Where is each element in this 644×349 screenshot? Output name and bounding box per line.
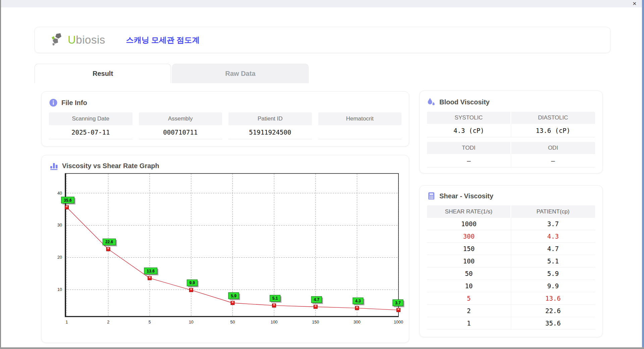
calculator-icon xyxy=(427,192,436,200)
metric-value: 13.6 (cP) xyxy=(511,124,595,137)
file-info-field: Assembly 000710711 xyxy=(139,112,222,139)
field-label: Assembly xyxy=(139,112,222,125)
window-bottom-edge xyxy=(0,347,644,349)
tab-raw-data[interactable]: Raw Data xyxy=(172,64,309,83)
table-row: 1504.7 xyxy=(427,243,595,255)
blood-viscosity-label: Blood Viscosity xyxy=(439,98,490,106)
shear-rate-cell: 150 xyxy=(427,243,511,255)
point-label-text: 4.3 xyxy=(355,299,361,303)
shear-rate-cell: 100 xyxy=(427,255,511,267)
field-value: 000710711 xyxy=(139,125,222,139)
x-axis-tick-label: 1000 xyxy=(394,320,403,325)
shear-viscosity-title: Shear - Viscosity xyxy=(427,192,595,200)
x-axis-tick-label: 2 xyxy=(107,320,109,325)
y-axis-tick-label: 40 xyxy=(57,191,62,196)
data-point-marker-notch xyxy=(190,288,192,290)
y-axis-tick-label: 10 xyxy=(57,287,62,292)
y-axis-tick-label: 20 xyxy=(57,255,62,260)
window-close-button[interactable]: ✕ xyxy=(632,0,637,7)
x-axis-tick-label: 10 xyxy=(189,320,194,325)
point-label-text: 3.7 xyxy=(395,301,401,305)
app-root: Ubiosis 스캐닝 모세관 점도계 Result Raw Data File… xyxy=(35,7,610,343)
x-axis-tick-label: 1 xyxy=(66,320,68,325)
table-row: 135.6 xyxy=(427,317,595,330)
file-info-field: Patient ID 51911924500 xyxy=(228,112,312,139)
field-value xyxy=(318,125,402,139)
viscosity-graph-panel: Viscosity vs Shear Rate Graph 1020304012… xyxy=(41,155,409,343)
data-point-marker-notch xyxy=(273,304,275,305)
shear-rate-cell: 1 xyxy=(427,317,511,330)
app-title: 스캐닝 모세관 점도계 xyxy=(126,35,200,45)
table-row: 3004.3 xyxy=(427,230,595,243)
file-info-grid: Scanning Date 2025-07-11 Assembly 000710… xyxy=(49,112,401,139)
metric-value: – xyxy=(511,154,595,167)
file-info-label: File Info xyxy=(61,99,87,107)
metric-value: – xyxy=(427,154,511,167)
point-label-text: 13.6 xyxy=(147,269,155,273)
table-row: 505.9 xyxy=(427,267,595,280)
metric-label: DIASTOLIC xyxy=(511,112,595,124)
patient-value-cell: 4.7 xyxy=(511,243,595,255)
field-label: Patient ID xyxy=(228,112,312,125)
window-left-edge xyxy=(0,0,1,349)
patient-value-cell: 9.9 xyxy=(511,280,595,292)
data-point-marker-notch xyxy=(356,306,358,308)
data-point-marker-notch xyxy=(398,308,399,310)
column-header-patient: PATIENT(cp) xyxy=(511,205,595,218)
data-point-marker-notch xyxy=(107,247,109,249)
app-header: Ubiosis 스캐닝 모세관 점도계 xyxy=(35,27,610,53)
blood-viscosity-panel: Blood Viscosity SYSTOLIC DIASTOLIC 4.3 (… xyxy=(419,91,603,173)
blood-viscosity-title: Blood Viscosity xyxy=(427,98,595,106)
graph-title-label: Viscosity vs Shear Rate Graph xyxy=(62,162,159,170)
point-label-text: 22.6 xyxy=(105,240,113,244)
x-axis-tick-label: 50 xyxy=(230,320,235,325)
file-info-title: File Info xyxy=(49,98,401,107)
patient-value-cell: 13.6 xyxy=(511,292,595,305)
viscosity-shear-chart: 102030401251050100150300100035.622.613.6… xyxy=(42,172,405,330)
window-titlebar: ✕ xyxy=(1,0,642,7)
point-label-text: 4.7 xyxy=(314,297,319,302)
patient-value-cell: 3.7 xyxy=(511,218,595,230)
data-point-marker-notch xyxy=(149,277,151,278)
ubiosis-logo-icon xyxy=(50,33,66,47)
table-row: 513.6 xyxy=(427,292,595,305)
data-point-marker-notch xyxy=(66,206,68,207)
table-row: 222.6 xyxy=(427,305,595,317)
patient-value-cell: 35.6 xyxy=(511,317,595,330)
point-label-text: 5.9 xyxy=(231,294,236,298)
data-point-marker-notch xyxy=(315,305,316,307)
y-axis-tick-label: 30 xyxy=(57,223,62,228)
table-row: 10003.7 xyxy=(427,218,595,230)
metric-label: SYSTOLIC xyxy=(427,112,511,124)
field-label: Scanning Date xyxy=(49,112,132,125)
metric-value: 4.3 (cP) xyxy=(427,124,511,137)
info-icon xyxy=(49,98,58,107)
file-info-field: Scanning Date 2025-07-11 xyxy=(49,112,132,139)
field-value: 51911924500 xyxy=(228,125,312,139)
tab-bar: Result Raw Data xyxy=(35,64,610,83)
x-axis-tick-label: 100 xyxy=(271,320,278,325)
field-value: 2025-07-11 xyxy=(49,125,132,139)
table-header-row: SHEAR RATE(1/s) PATIENT(cp) xyxy=(427,205,595,218)
tab-result[interactable]: Result xyxy=(35,64,171,83)
patient-value-cell: 22.6 xyxy=(511,305,595,317)
point-label-text: 35.6 xyxy=(64,198,72,203)
metric-label: TODI xyxy=(427,142,511,154)
table-row: 1005.1 xyxy=(427,255,595,267)
x-axis-tick-label: 5 xyxy=(149,320,151,325)
shear-viscosity-label: Shear - Viscosity xyxy=(439,192,493,200)
shear-rate-cell: 2 xyxy=(427,305,511,317)
bar-chart-icon xyxy=(50,161,58,170)
window-right-edge xyxy=(642,0,644,349)
logo-text: Ubiosis xyxy=(68,34,105,46)
field-label: Hematocrit xyxy=(318,112,402,125)
ubiosis-logo: Ubiosis xyxy=(50,33,105,47)
blood-viscosity-table: SYSTOLIC DIASTOLIC 4.3 (cP) 13.6 (cP) TO… xyxy=(427,112,595,167)
patient-value-cell: 5.1 xyxy=(511,255,595,267)
shear-viscosity-panel: Shear - Viscosity SHEAR RATE(1/s) PATIEN… xyxy=(419,185,603,337)
shear-rate-cell: 1000 xyxy=(427,218,511,230)
table-row: 109.9 xyxy=(427,280,595,292)
shear-rate-cell: 300 xyxy=(427,230,511,243)
patient-value-cell: 4.3 xyxy=(511,230,595,243)
shear-viscosity-table: SHEAR RATE(1/s) PATIENT(cp) 10003.73004.… xyxy=(427,205,595,330)
